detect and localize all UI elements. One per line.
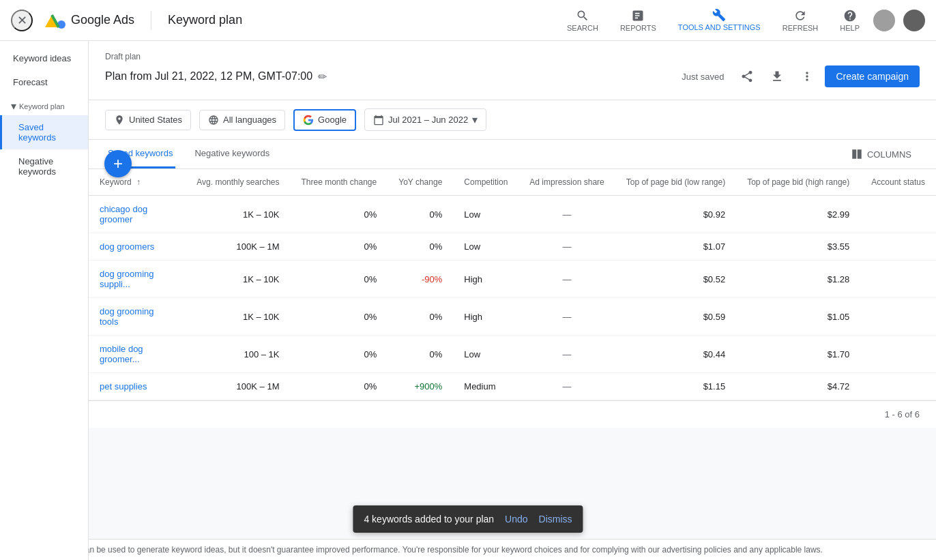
yoy-cell: 0% <box>387 196 453 233</box>
keyword-cell[interactable]: pet supplies <box>89 373 186 400</box>
three-month-cell: 0% <box>290 196 387 233</box>
top-bid-high-cell: $1.28 <box>736 261 860 298</box>
columns-button[interactable]: COLUMNS <box>843 143 920 166</box>
network-filter[interactable]: Google <box>293 109 356 131</box>
ad-impression-cell: — <box>518 336 615 373</box>
top-bid-low-cell: $0.52 <box>615 261 736 298</box>
search-nav-item[interactable]: SEARCH <box>559 6 606 35</box>
tools-icon <box>712 8 726 22</box>
snackbar-message: 4 keywords added to your plan <box>364 514 494 525</box>
ad-impression-cell: — <box>518 196 615 233</box>
avatar-1[interactable] <box>873 10 895 31</box>
top-bid-high-cell: $2.99 <box>736 196 860 233</box>
top-bid-low-cell: $0.92 <box>615 196 736 233</box>
competition-cell: Low <box>453 233 518 261</box>
account-status-cell <box>860 298 936 336</box>
sidebar-item-forecast[interactable]: Forecast <box>0 70 88 94</box>
top-bid-high-cell: $1.70 <box>736 336 860 373</box>
reports-nav-item[interactable]: REPORTS <box>612 6 664 35</box>
reports-icon <box>631 9 645 23</box>
sidebar-item-negative-keywords[interactable]: Negative keywords <box>0 149 88 183</box>
footer-text: Keyword Planner can be used to generate … <box>16 545 823 555</box>
date-range-filter[interactable]: Jul 2021 – Jun 2022 ▾ <box>364 108 486 131</box>
ad-impression-header: Ad impression share <box>518 169 615 196</box>
snackbar: 4 keywords added to your plan Undo Dismi… <box>353 505 583 533</box>
top-nav: ✕ Google Ads Keyword plan SEARCH REPORTS… <box>0 0 936 41</box>
edit-icon[interactable]: ✏ <box>318 70 327 83</box>
close-button[interactable]: ✕ <box>11 10 33 31</box>
language-filter[interactable]: All languages <box>199 110 285 130</box>
snackbar-undo-button[interactable]: Undo <box>505 514 527 525</box>
refresh-nav-item[interactable]: REFRESH <box>774 6 827 35</box>
google-icon <box>303 115 314 126</box>
top-bid-low-header: Top of page bid (low range) <box>615 169 736 196</box>
top-bid-low-cell: $0.44 <box>615 336 736 373</box>
table-row: pet supplies 100K – 1M 0% +900% Medium —… <box>89 373 936 400</box>
share-button[interactable] <box>735 64 759 89</box>
top-bid-low-cell: $1.07 <box>615 233 736 261</box>
sidebar-item-saved-keywords[interactable]: Saved keywords <box>0 115 88 149</box>
tab-negative-keywords[interactable]: Negative keywords <box>192 140 272 168</box>
just-saved-label: Just saved <box>676 66 729 87</box>
download-button[interactable] <box>765 64 789 89</box>
language-icon <box>208 115 219 126</box>
google-ads-logo: Google Ads <box>44 10 134 31</box>
help-nav-item[interactable]: HELP <box>832 6 868 35</box>
tools-nav-item[interactable]: TOOLS AND SETTINGS <box>670 5 769 35</box>
filters-row: United States All languages Google Jul 2… <box>89 100 936 140</box>
location-filter[interactable]: United States <box>105 110 191 130</box>
date-chevron-icon: ▾ <box>472 113 478 126</box>
account-status-cell <box>860 196 936 233</box>
competition-cell: High <box>453 261 518 298</box>
yoy-header: YoY change <box>387 169 453 196</box>
top-bid-high-cell: $1.05 <box>736 298 860 336</box>
plan-title-row: Plan from Jul 21, 2022, 12 PM, GMT-07:00… <box>105 64 920 100</box>
top-bid-low-cell: $1.15 <box>615 373 736 400</box>
keyword-cell[interactable]: dog groomers <box>89 233 186 261</box>
three-month-cell: 0% <box>290 373 387 400</box>
keyword-cell[interactable]: mobile dog groomer... <box>89 336 186 373</box>
keyword-cell[interactable]: dog grooming tools <box>89 298 186 336</box>
ad-impression-cell: — <box>518 298 615 336</box>
more-options-button[interactable] <box>795 64 819 89</box>
account-status-cell <box>860 336 936 373</box>
three-month-cell: 0% <box>290 336 387 373</box>
keyword-cell[interactable]: dog grooming suppli... <box>89 261 186 298</box>
snackbar-dismiss-button[interactable]: Dismiss <box>539 514 572 525</box>
download-icon <box>770 70 784 83</box>
pagination: 1 - 6 of 6 <box>89 400 936 428</box>
keyword-header[interactable]: Keyword ↑ <box>89 169 186 196</box>
sidebar-item-keyword-ideas[interactable]: Keyword ideas <box>0 46 88 70</box>
top-bid-high-header: Top of page bid (high range) <box>736 169 860 196</box>
account-status-cell <box>860 373 936 400</box>
avg-monthly-cell: 1K – 10K <box>186 261 290 298</box>
table-header-row: Keyword ↑ Avg. monthly searches Three mo… <box>89 169 936 196</box>
plan-title: Plan from Jul 21, 2022, 12 PM, GMT-07:00… <box>105 70 327 83</box>
three-month-header: Three month change <box>290 169 387 196</box>
keywords-table: Keyword ↑ Avg. monthly searches Three mo… <box>89 169 936 400</box>
sidebar: Keyword ideas Forecast ▾ Keyword plan Sa… <box>0 41 89 560</box>
chevron-down-icon: ▾ <box>11 100 16 113</box>
yoy-cell: +900% <box>387 373 453 400</box>
avatar-2[interactable] <box>903 10 925 31</box>
sidebar-section-keyword-plan[interactable]: ▾ Keyword plan <box>0 94 88 115</box>
page-title-nav: Keyword plan <box>168 13 242 27</box>
calendar-icon <box>373 115 384 126</box>
nav-divider <box>151 11 151 30</box>
main-content: Draft plan Plan from Jul 21, 2022, 12 PM… <box>89 41 936 560</box>
columns-icon <box>851 148 863 160</box>
table-row: chicago dog groomer 1K – 10K 0% 0% Low —… <box>89 196 936 233</box>
table-row: dog grooming tools 1K – 10K 0% 0% High —… <box>89 298 936 336</box>
table-row: dog groomers 100K – 1M 0% 0% Low — $1.07… <box>89 233 936 261</box>
avg-monthly-cell: 1K – 10K <box>186 298 290 336</box>
help-icon <box>843 9 857 23</box>
draft-label: Draft plan <box>105 52 920 61</box>
keyword-cell[interactable]: chicago dog groomer <box>89 196 186 233</box>
competition-cell: High <box>453 298 518 336</box>
create-campaign-button[interactable]: Create campaign <box>825 65 920 87</box>
google-ads-label: Google Ads <box>71 13 134 27</box>
add-keywords-fab[interactable]: + <box>104 150 132 177</box>
three-month-cell: 0% <box>290 261 387 298</box>
avg-monthly-cell: 100 – 1K <box>186 336 290 373</box>
ad-impression-cell: — <box>518 261 615 298</box>
